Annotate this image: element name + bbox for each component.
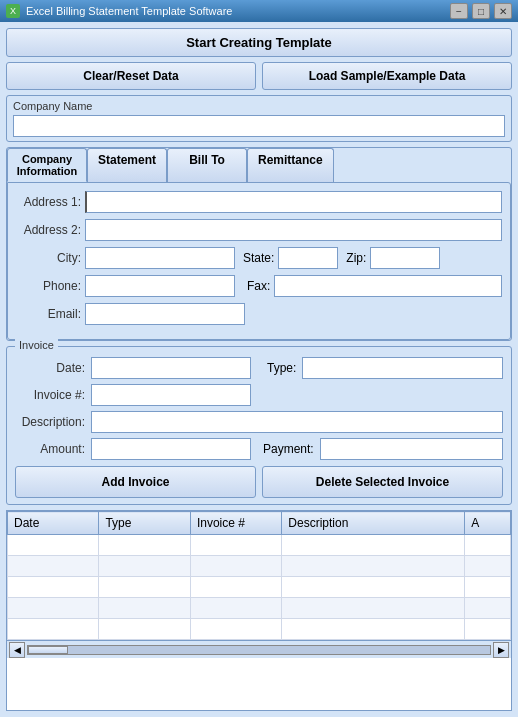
email-label: Email:: [16, 307, 81, 321]
state-label: State:: [243, 251, 274, 265]
date-label: Date:: [15, 361, 85, 375]
zip-label: Zip:: [346, 251, 366, 265]
fax-label: Fax:: [247, 279, 270, 293]
invoice-form: Date: Type: Invoice #: Description: Amou…: [15, 357, 503, 498]
restore-button[interactable]: □: [472, 3, 490, 19]
col-description: Description: [282, 512, 465, 535]
fax-input[interactable]: [274, 275, 502, 297]
table-row: [8, 619, 511, 640]
tab-bill-to[interactable]: Bill To: [167, 148, 247, 182]
col-date: Date: [8, 512, 99, 535]
tab-statement[interactable]: Statement: [87, 148, 167, 182]
company-name-section: Company Name: [6, 95, 512, 142]
email-input[interactable]: [85, 303, 245, 325]
window-controls: − □ ✕: [450, 3, 512, 19]
address1-row: Address 1:: [16, 191, 502, 213]
action-buttons: Add Invoice Delete Selected Invoice: [15, 466, 503, 498]
payment-label: Payment:: [263, 442, 314, 456]
type-label: Type:: [267, 361, 296, 375]
col-amount: A: [465, 512, 511, 535]
amount-input[interactable]: [91, 438, 251, 460]
table-row: [8, 535, 511, 556]
start-creating-button[interactable]: Start Creating Template: [6, 28, 512, 57]
date-type-row: Date: Type:: [15, 357, 503, 379]
company-info-panel: CompanyInformation Statement Bill To Rem…: [6, 147, 512, 341]
email-row: Email:: [16, 303, 502, 325]
payment-input[interactable]: [320, 438, 503, 460]
address2-row: Address 2:: [16, 219, 502, 241]
address2-label: Address 2:: [16, 223, 81, 237]
top-buttons-row: Clear/Reset Data Load Sample/Example Dat…: [6, 62, 512, 90]
load-sample-button[interactable]: Load Sample/Example Data: [262, 62, 512, 90]
tab-content-company: Address 1: Address 2: City: State: Zip: …: [7, 182, 511, 340]
amount-payment-row: Amount: Payment:: [15, 438, 503, 460]
description-row: Description:: [15, 411, 503, 433]
state-input[interactable]: [278, 247, 338, 269]
scroll-thumb[interactable]: [28, 646, 68, 654]
city-state-zip-row: City: State: Zip:: [16, 247, 502, 269]
invoice-legend: Invoice: [15, 339, 58, 351]
company-name-label: Company Name: [13, 100, 505, 112]
phone-fax-row: Phone: Fax:: [16, 275, 502, 297]
invoice-num-row: Invoice #:: [15, 384, 503, 406]
scroll-track[interactable]: [27, 645, 491, 655]
tab-company-information[interactable]: CompanyInformation: [7, 148, 87, 182]
description-input[interactable]: [91, 411, 503, 433]
add-invoice-button[interactable]: Add Invoice: [15, 466, 256, 498]
close-button[interactable]: ✕: [494, 3, 512, 19]
horizontal-scrollbar[interactable]: ◀ ▶: [7, 640, 511, 658]
address2-input[interactable]: [85, 219, 502, 241]
type-input[interactable]: [302, 357, 503, 379]
amount-label: Amount:: [15, 442, 85, 456]
table-body: [8, 535, 511, 640]
col-type: Type: [99, 512, 190, 535]
col-invoice-num: Invoice #: [190, 512, 281, 535]
scroll-right-button[interactable]: ▶: [493, 642, 509, 658]
city-input[interactable]: [85, 247, 235, 269]
invoice-table: Date Type Invoice # Description A: [7, 511, 511, 640]
data-table-container: Date Type Invoice # Description A ◀: [6, 510, 512, 711]
app-icon: X: [6, 4, 20, 18]
tab-remittance[interactable]: Remittance: [247, 148, 334, 182]
company-name-input[interactable]: [13, 115, 505, 137]
table-row: [8, 598, 511, 619]
table-row: [8, 577, 511, 598]
address1-input[interactable]: [85, 191, 502, 213]
address1-label: Address 1:: [16, 195, 81, 209]
date-input[interactable]: [91, 357, 251, 379]
phone-label: Phone:: [16, 279, 81, 293]
city-label: City:: [16, 251, 81, 265]
clear-reset-button[interactable]: Clear/Reset Data: [6, 62, 256, 90]
delete-invoice-button[interactable]: Delete Selected Invoice: [262, 466, 503, 498]
scroll-left-button[interactable]: ◀: [9, 642, 25, 658]
invoice-num-label: Invoice #:: [15, 388, 85, 402]
window-title: Excel Billing Statement Template Softwar…: [26, 5, 444, 17]
invoice-section: Invoice Date: Type: Invoice #: Descripti…: [6, 346, 512, 505]
tabs-container: CompanyInformation Statement Bill To Rem…: [7, 148, 511, 182]
phone-input[interactable]: [85, 275, 235, 297]
main-content: Start Creating Template Clear/Reset Data…: [0, 22, 518, 717]
zip-input[interactable]: [370, 247, 440, 269]
minimize-button[interactable]: −: [450, 3, 468, 19]
table-row: [8, 556, 511, 577]
title-bar: X Excel Billing Statement Template Softw…: [0, 0, 518, 22]
description-label: Description:: [15, 415, 85, 429]
invoice-num-input[interactable]: [91, 384, 251, 406]
table-header-row: Date Type Invoice # Description A: [8, 512, 511, 535]
